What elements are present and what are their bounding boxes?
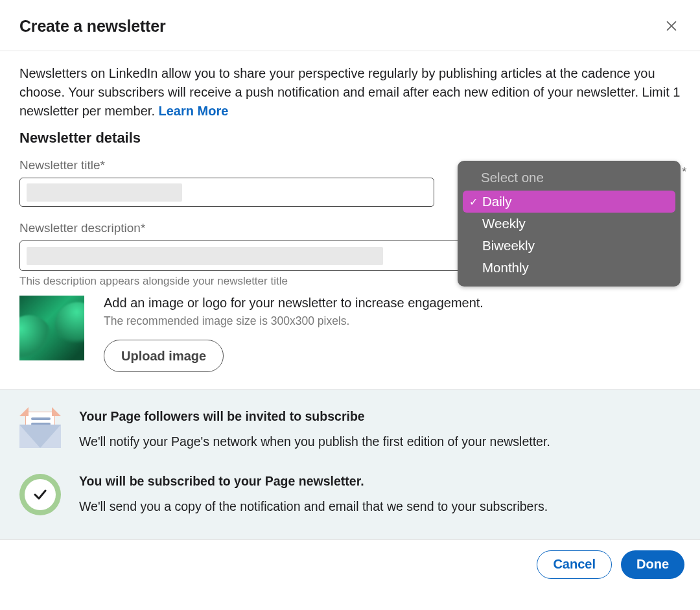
info-heading-subscribed: You will be subscribed to your Page news… <box>79 474 548 489</box>
cadence-option-weekly[interactable]: Weekly <box>463 213 675 235</box>
modal-title: Create a newsletter <box>19 17 165 36</box>
cadence-required-mark: * <box>682 165 686 179</box>
newsletter-thumbnail-preview <box>19 296 84 360</box>
cadence-option-biweekly[interactable]: Biweekly <box>463 235 675 257</box>
intro-text: Newsletters on LinkedIn allow you to sha… <box>19 66 680 118</box>
cadence-dropdown[interactable]: Select one Daily Weekly Biweekly Monthly <box>458 161 681 287</box>
done-button[interactable]: Done <box>621 550 684 579</box>
redacted-description-value <box>27 247 383 265</box>
cadence-option-monthly[interactable]: Monthly <box>463 257 675 279</box>
envelope-icon <box>19 409 61 451</box>
upload-subtext: The recommended image size is 300x300 pi… <box>104 314 484 328</box>
check-badge-icon <box>19 474 61 515</box>
learn-more-link[interactable]: Learn More <box>159 104 229 118</box>
newsletter-title-input[interactable] <box>19 178 434 207</box>
upload-heading: Add an image or logo for your newsletter… <box>104 296 484 311</box>
cadence-option-daily[interactable]: Daily <box>463 191 675 213</box>
cadence-dropdown-placeholder: Select one <box>461 166 677 191</box>
close-icon <box>664 19 679 33</box>
intro-paragraph: Newsletters on LinkedIn allow you to sha… <box>19 64 681 121</box>
cancel-button[interactable]: Cancel <box>537 550 612 579</box>
info-body-invite: We'll notify your Page's network when yo… <box>79 433 550 451</box>
close-button[interactable] <box>659 13 684 39</box>
section-heading: Newsletter details <box>19 130 681 147</box>
upload-image-button[interactable]: Upload image <box>104 340 224 372</box>
redacted-title-value <box>27 183 182 202</box>
info-heading-invite: Your Page followers will be invited to s… <box>79 409 550 424</box>
info-body-subscribed: We'll send you a copy of the notificatio… <box>79 498 548 515</box>
